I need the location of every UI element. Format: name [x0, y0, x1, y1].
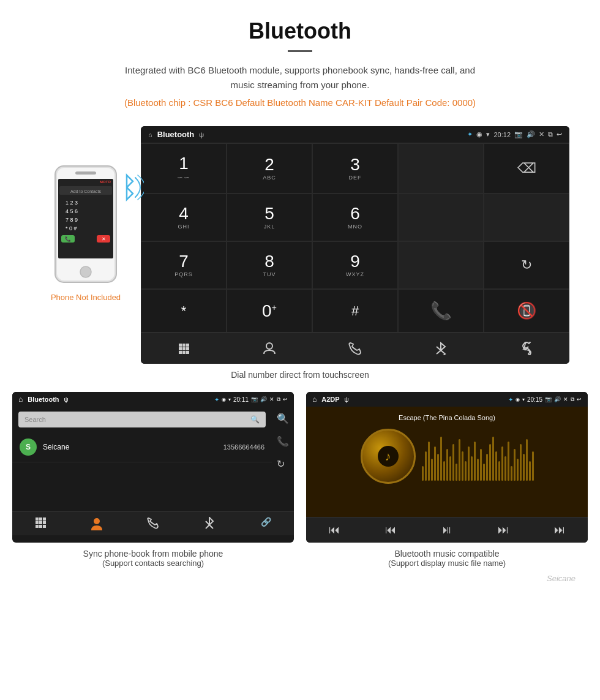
key-2[interactable]: 2ABC	[227, 143, 312, 194]
music-app-title: A2DP	[321, 396, 339, 403]
person-icon	[263, 342, 276, 355]
svg-rect-31	[36, 521, 39, 524]
phonebook-caption-main: Sync phone-book from mobile phone	[12, 549, 294, 559]
key-empty-3	[484, 194, 569, 241]
pb-toolbar-phone[interactable]	[125, 517, 181, 530]
album-art: ♪	[361, 429, 416, 484]
svg-point-4	[80, 266, 91, 277]
backspace-icon: ⌫	[517, 160, 536, 176]
pb-toolbar-link[interactable]: 🔗	[238, 517, 294, 530]
page-header: Bluetooth Integrated with BC6 Bluetooth …	[0, 0, 600, 126]
bluetooth-specs: (Bluetooth chip : CSR BC6 Default Blueto…	[12, 97, 588, 108]
pb-refresh-icon[interactable]: ↻	[277, 458, 289, 470]
phone-svg: Add to Contacts 1 2 3 4 5 6 7 8 9 * 0 # …	[52, 163, 119, 285]
svg-rect-33	[43, 521, 46, 524]
key-0[interactable]: 0+	[227, 289, 312, 333]
pb-vol-icon: 🔊	[260, 396, 267, 402]
phonebook-search-bar[interactable]: Search 🔍	[18, 412, 266, 427]
close-icon: ✕	[539, 130, 544, 138]
pb-app-title: Bluetooth	[28, 396, 59, 403]
volume-icon: 🔊	[527, 130, 535, 138]
key-1[interactable]: 1∽∽	[141, 143, 227, 194]
key-hash[interactable]: #	[312, 289, 398, 333]
contact-row[interactable]: S Seicane 13566664466	[12, 432, 272, 462]
contact-name: Seicane	[43, 443, 223, 451]
music-usb-icon: ψ	[345, 396, 349, 403]
back-icon[interactable]: ↩	[557, 130, 562, 138]
pb-toolbar-bt[interactable]	[181, 517, 238, 530]
pb-close-icon: ✕	[269, 396, 274, 402]
pb-search-icon[interactable]: 🔍	[277, 413, 289, 424]
music-statusbar-left: ⌂ A2DP ψ	[312, 395, 349, 404]
bottom-grid-icon[interactable]	[141, 333, 227, 364]
music-caption: Bluetooth music compatible (Support disp…	[306, 549, 588, 568]
key-3[interactable]: 3DEF	[312, 143, 398, 194]
pb-content-area: Search 🔍 S Seicane 13566664466 🔍 📞 ↻	[12, 407, 294, 511]
pb-toolbar: 🔗	[12, 511, 294, 535]
pb-time: 20:11	[233, 396, 249, 403]
music-close-icon: ✕	[563, 396, 568, 402]
key-8[interactable]: 8TUV	[227, 241, 312, 289]
call-green-icon: 📞	[430, 301, 452, 321]
key-7[interactable]: 7PQRS	[141, 241, 227, 289]
pb-back-icon[interactable]: ↩	[283, 396, 288, 402]
key-empty-4	[398, 241, 484, 289]
key-star[interactable]: *	[141, 289, 227, 333]
page-title: Bluetooth	[12, 18, 588, 44]
page-description: Integrated with BC6 Bluetooth module, su…	[116, 63, 484, 92]
bottom-person-icon[interactable]	[227, 333, 312, 364]
svg-rect-32	[39, 521, 42, 524]
bottom-phone-icon[interactable]	[312, 333, 398, 364]
phone-icon	[348, 342, 362, 355]
svg-text:📞: 📞	[65, 236, 71, 242]
bottom-bluetooth-icon[interactable]	[398, 333, 484, 364]
svg-rect-19	[179, 347, 182, 350]
key-refresh[interactable]: ↻	[484, 241, 569, 289]
key-empty-2	[398, 194, 484, 241]
pb-call-icon[interactable]: 📞	[277, 435, 289, 447]
music-next-icon[interactable]: ⏭	[475, 524, 531, 536]
key-6[interactable]: 6MNO	[312, 194, 398, 241]
camera-icon: 📷	[514, 130, 523, 138]
pb-toolbar-grid[interactable]	[12, 517, 69, 530]
song-title: Escape (The Pina Colada Song)	[399, 414, 495, 421]
svg-rect-29	[39, 517, 42, 521]
music-next2-icon[interactable]: ⏭	[531, 524, 588, 536]
pb-home-icon: ⌂	[18, 395, 23, 404]
svg-rect-21	[186, 347, 189, 350]
music-cam-icon: 📷	[545, 396, 552, 402]
music-back-icon[interactable]: ↩	[577, 396, 582, 402]
time-display: 20:12	[493, 131, 511, 138]
key-call-red[interactable]: 📵	[484, 289, 569, 333]
music-prev-icon[interactable]: ⏮	[306, 524, 362, 536]
svg-text:MOTO: MOTO	[100, 180, 111, 184]
key-call-green[interactable]: 📞	[398, 289, 484, 333]
pb-toolbar-person[interactable]	[69, 517, 125, 530]
statusbar-app-title: Bluetooth	[157, 130, 195, 139]
key-4[interactable]: 4GHI	[141, 194, 227, 241]
grid-icon	[178, 342, 190, 355]
link-icon	[520, 342, 533, 355]
svg-rect-23	[182, 351, 186, 354]
bottom-link-icon[interactable]	[484, 333, 569, 364]
pb-statusbar-left: ⌂ Bluetooth ψ	[18, 395, 69, 404]
svg-text:✕: ✕	[102, 236, 106, 242]
music-multi-icon: ⧉	[571, 396, 574, 403]
watermark: Seicane	[0, 568, 600, 589]
svg-rect-34	[36, 525, 39, 528]
usb-icon: ψ	[199, 131, 204, 138]
svg-point-25	[266, 343, 272, 349]
music-statusbar: ⌂ A2DP ψ ✦ ◉ ▾ 20:15 📷 🔊 ✕ ⧉ ↩	[306, 392, 588, 407]
music-playpause-icon[interactable]: ⏯	[419, 524, 475, 536]
svg-rect-17	[182, 344, 186, 347]
key-5[interactable]: 5JKL	[227, 194, 312, 241]
statusbar-left: ⌂ Bluetooth ψ	[148, 130, 204, 139]
music-loc-icon: ◉	[516, 397, 520, 402]
contact-phone: 13566664466	[223, 443, 264, 451]
search-placeholder: Search	[24, 416, 46, 423]
music-prev2-icon[interactable]: ⏮	[362, 524, 419, 536]
key-backspace[interactable]: ⌫	[484, 143, 569, 194]
header-divider	[288, 50, 312, 52]
key-9[interactable]: 9WXYZ	[312, 241, 398, 289]
music-bt-icon: ✦	[508, 396, 513, 403]
